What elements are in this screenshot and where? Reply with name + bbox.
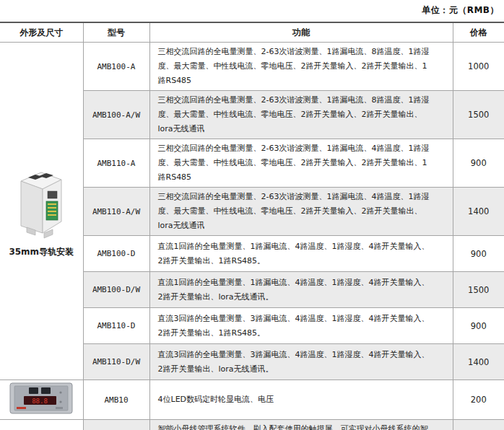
function-cell: 三相交流回路的全电量测量、2-63次谐波测量、1路漏电流、4路温度、1路湿度、最… xyxy=(149,188,453,236)
appearance-cell-din-rail: 35mm导轨安装 xyxy=(0,43,83,380)
model-cell: AMB100-D xyxy=(83,236,149,272)
model-cell: AMB110-D/W xyxy=(83,344,149,380)
col-header-model: 型号 xyxy=(83,22,149,43)
led-panel-meter-image: 88.8 xyxy=(9,382,73,414)
function-cell: 三相交流回路的全电量测量、2-63次谐波测量、1路漏电流、8路温度、1路湿度、最… xyxy=(149,91,453,139)
model-cell: AMB10 xyxy=(83,380,149,420)
function-cell: 4位LED数码定时轮显电流、电压 xyxy=(149,380,453,420)
price-cell: 200 xyxy=(453,380,504,420)
price-cell: 3000 xyxy=(453,420,504,430)
function-cell: 直流3回路的全电量测量、3路漏电流、4路温度、1路湿度、4路开关量输入、2路开关… xyxy=(149,308,453,344)
model-cell: AMB100-A/W xyxy=(83,91,149,139)
price-list-page: 单位：元（RMB） 外形及尺寸 型号 功能 价格 xyxy=(0,0,504,430)
price-cell: 900 xyxy=(453,139,504,188)
table-row: 88.8 AMB10 4位LED数码定时轮显电流、电压 200 xyxy=(0,380,504,420)
price-cell: 1500 xyxy=(453,272,504,308)
col-header-appearance: 外形及尺寸 xyxy=(0,22,83,43)
price-table: 外形及尺寸 型号 功能 价格 xyxy=(0,22,504,430)
model-cell: ACREL-AMB1000 xyxy=(83,420,149,430)
appearance-cell-touchscreen xyxy=(0,420,83,430)
price-cell: 900 xyxy=(453,308,504,344)
model-cell: AMB110-A/W xyxy=(83,188,149,236)
appearance-cell-meter: 88.8 xyxy=(0,380,83,420)
price-cell: 1400 xyxy=(453,344,504,380)
price-cell: 1400 xyxy=(453,188,504,236)
function-cell: 三相交流回路的全电量测量、2-63次谐波测量、1路漏电流、4路温度、1路湿度、最… xyxy=(149,139,453,188)
function-cell: 直流1回路的全电量测量、1路漏电流、4路温度、1路湿度、4路开关量输入、2路开关… xyxy=(149,236,453,272)
table-row: 35mm导轨安装 AMB100-A 三相交流回路的全电量测量、2-63次谐波测量… xyxy=(0,43,504,91)
din-rail-caption: 35mm导轨安装 xyxy=(9,246,74,258)
function-cell: 三相交流回路的全电量测量、2-63次谐波测量、1路漏电流、8路温度、1路湿度、最… xyxy=(149,43,453,91)
price-cell: 1500 xyxy=(453,91,504,139)
svg-text:88.8: 88.8 xyxy=(32,398,48,405)
model-cell: AMB100-A xyxy=(83,43,149,91)
model-cell: AMB100-D/W xyxy=(83,272,149,308)
table-row: ACREL-AMB1000 智能小母线管理系统软件，刷入配套使用的触摸屏，可实现… xyxy=(0,420,504,430)
model-cell: AMB110-D xyxy=(83,308,149,344)
price-cell: 1000 xyxy=(453,43,504,91)
col-header-function: 功能 xyxy=(149,22,453,43)
header-row: 外形及尺寸 型号 功能 价格 xyxy=(0,22,504,43)
col-header-price: 价格 xyxy=(453,22,504,43)
model-cell: AMB110-A xyxy=(83,139,149,188)
function-cell: 直流3回路的全电量测量、3路漏电流、4路温度、1路湿度、4路开关量输入、2路开关… xyxy=(149,344,453,380)
price-cell: 900 xyxy=(453,236,504,272)
function-cell: 直流1回路的全电量测量、1路漏电流、4路温度、1路湿度、4路开关量输入、2路开关… xyxy=(149,272,453,308)
function-cell: 智能小母线管理系统软件，刷入配套使用的触摸屏，可实现对小母线系统的智能化管理，包… xyxy=(149,420,453,430)
din-rail-module-image xyxy=(14,164,69,240)
unit-label: 单位：元（RMB） xyxy=(422,4,499,17)
